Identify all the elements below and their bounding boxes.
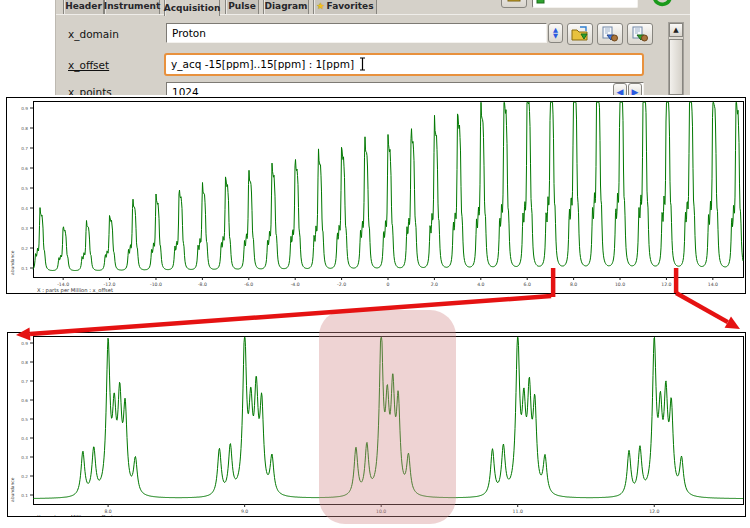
tab-strip-divider [56, 14, 690, 15]
spinner-down-icon[interactable]: ▼ [553, 33, 558, 40]
y-tick-label: 0.7 [21, 146, 28, 151]
x-points-input[interactable]: 1024 [166, 82, 644, 95]
y-tick-label: 0.5 [21, 186, 28, 191]
x-axis-title: X : parts per Million : x_offset [37, 287, 113, 293]
x-offset-value: y_acq -15[ppm]..15[ppm] : 1[ppm] [171, 58, 354, 70]
y-tick-label: 0.3 [21, 455, 28, 460]
x-tick-label: -8.0 [198, 282, 207, 287]
tab-favorites[interactable]: ★Favorites [313, 0, 377, 14]
x-tick-label: 14.0 [708, 282, 718, 287]
y-tick-label: 0.7 [21, 379, 28, 384]
form-scrollbar[interactable]: ▲ [668, 22, 684, 95]
x-domain-combo[interactable]: Proton [166, 23, 547, 43]
x-domain-label: x_domain [68, 28, 119, 40]
save-params-icon [631, 26, 649, 42]
y-axis-title: abundance [10, 477, 15, 502]
toolbar-button-partial[interactable] [501, 0, 527, 8]
scrollbar-up-button[interactable]: ▲ [669, 23, 683, 37]
x-tick-label: 0 [387, 282, 390, 287]
x-points-prev-button[interactable]: ◀ [613, 83, 627, 95]
arrow-left-icon: ◀ [617, 88, 624, 96]
x-offset-input[interactable]: y_acq -15[ppm]..15[ppm] : 1[ppm] [164, 53, 644, 76]
spectrum-zoom-plot[interactable]: 8.09.010.011.012.0X : parts per Million … [7, 332, 746, 517]
tool-icon [507, 0, 521, 2]
x-tick-label: -10.0 [150, 282, 162, 287]
spectrum-overview-plot[interactable]: -14.0-12.0-10.0-8.0-6.0-4.0-2.002.04.06.… [6, 97, 746, 294]
param-copy-button[interactable] [597, 23, 623, 45]
param-save-button[interactable] [627, 23, 653, 45]
x-points-label: x_points [68, 86, 112, 95]
zoom-connector-left [30, 296, 551, 334]
screen: HeaderInstrumentAcquisitionPulseDiagram★… [0, 0, 750, 528]
y-tick-label: 0.4 [21, 436, 28, 441]
param-import-button[interactable] [567, 23, 593, 45]
tab-label: Instrument [104, 1, 160, 11]
y-tick-label: 0.5 [21, 417, 28, 422]
tab-label: Diagram [265, 1, 308, 11]
zoom-connector-right-head [725, 316, 740, 329]
y-tick-label: 0.9 [21, 341, 28, 346]
y-tick-label: 0.2 [21, 246, 28, 251]
x-tick-label: 10.0 [376, 509, 386, 514]
tab-label: Favorites [327, 1, 374, 11]
y-tick-label: 0.6 [21, 398, 28, 403]
spectrum-canvas[interactable]: 8.09.010.011.012.0X : parts per Million … [8, 333, 745, 516]
scrollbar-thumb[interactable] [669, 39, 683, 95]
green-marker-icon [536, 0, 546, 5]
y-axis-title: abundance [10, 250, 15, 275]
tab-label: Acquisition [164, 3, 221, 13]
run-button[interactable] [649, 0, 676, 9]
x-offset-label[interactable]: x_offset [68, 59, 109, 71]
x-tick-label: 8.0 [570, 282, 577, 287]
tab-acquisition[interactable]: Acquisition [164, 0, 220, 16]
x-tick-label: 10.0 [615, 282, 625, 287]
y-tick-label: 0.3 [21, 226, 28, 231]
favorites-star-icon: ★ [316, 1, 324, 11]
x-domain-spinner[interactable]: ▲ ▼ [548, 23, 563, 43]
text-cursor-ibeam [358, 57, 367, 71]
zoom-connector-right [676, 293, 728, 322]
x-tick-label: 11.0 [513, 509, 523, 514]
y-tick-label: 0.9 [21, 106, 28, 111]
y-tick-label: 0.6 [21, 166, 28, 171]
y-tick-label: 0.4 [21, 206, 28, 211]
spectrum-canvas[interactable]: -14.0-12.0-10.0-8.0-6.0-4.0-2.002.04.06.… [7, 98, 745, 293]
y-tick-label: 0.8 [21, 360, 28, 365]
tab-instrument[interactable]: Instrument [104, 0, 160, 14]
y-tick-label: 0.1 [21, 266, 28, 271]
tab-header[interactable]: Header [63, 0, 104, 14]
x-tick-label: 9.0 [241, 509, 248, 514]
x-tick-label: -6.0 [244, 282, 253, 287]
run-refresh-icon [651, 0, 674, 8]
acquisition-form-panel: HeaderInstrumentAcquisitionPulseDiagram★… [55, 0, 690, 95]
x-points-next-button[interactable]: ▶ [628, 83, 642, 95]
y-tick-label: 0.1 [21, 493, 28, 498]
x-axis-title: X : parts per Million : x_offset [37, 514, 113, 516]
x-tick-label: 4.0 [477, 282, 484, 287]
x-tick-label: 6.0 [524, 282, 531, 287]
arrow-right-icon: ▶ [632, 88, 639, 96]
toolbar-combo-partial[interactable] [532, 0, 638, 8]
spectrum-trace [33, 337, 743, 498]
tab-pulse[interactable]: Pulse [225, 0, 259, 14]
copy-params-icon [601, 26, 619, 42]
x-tick-label: -2.0 [337, 282, 346, 287]
tab-label: Pulse [228, 1, 256, 11]
folder-import-icon [571, 26, 589, 42]
x-tick-label: -4.0 [291, 282, 300, 287]
tab-label: Header [65, 1, 102, 11]
axis-frame [34, 337, 744, 505]
x-tick-label: 12.0 [649, 509, 659, 514]
y-tick-label: 0.2 [21, 474, 28, 479]
y-tick-label: 0.8 [21, 126, 28, 131]
x-tick-label: 12.0 [661, 282, 671, 287]
axis-frame [34, 102, 744, 278]
x-tick-label: 2.0 [431, 282, 438, 287]
tab-diagram[interactable]: Diagram [263, 0, 309, 14]
spectrum-trace [33, 102, 743, 270]
